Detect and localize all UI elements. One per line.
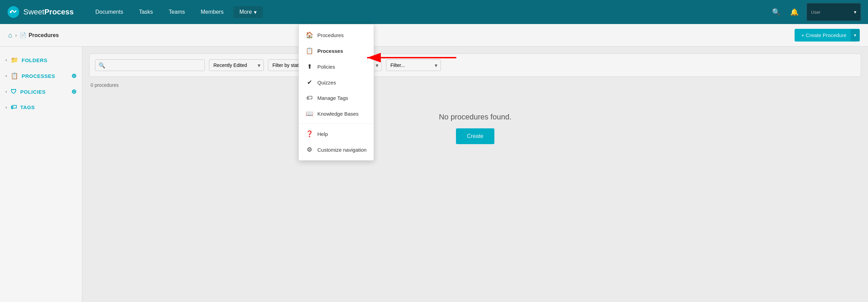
- knowledge-bases-dropdown-icon: 📖: [306, 110, 313, 117]
- user-avatar: User: [811, 10, 820, 15]
- dropdown-customize-nav[interactable]: ⚙ Customize navigation: [299, 142, 374, 158]
- nav-items: Documents Tasks Teams Members More ▾: [89, 6, 770, 18]
- nav-tasks[interactable]: Tasks: [133, 6, 159, 18]
- bell-icon[interactable]: 🔔: [788, 6, 801, 18]
- dropdown-processes[interactable]: 📋 Processes: [299, 43, 374, 59]
- user-menu[interactable]: User ▾: [806, 3, 861, 21]
- dropdown-knowledge-bases[interactable]: 📖 Knowledge Bases: [299, 106, 374, 121]
- dropdown-divider: [299, 124, 374, 124]
- user-chevron-icon: ▾: [854, 9, 856, 15]
- procedures-dropdown-icon: 🏠: [306, 31, 313, 39]
- search-icon[interactable]: 🔍: [770, 6, 783, 18]
- help-dropdown-icon: ❓: [306, 130, 313, 138]
- dropdown-quizzes[interactable]: ✔ Quizzes: [299, 74, 374, 90]
- svg-point-1: [10, 11, 12, 13]
- logo[interactable]: SweetProcess: [7, 5, 75, 19]
- dropdown-help[interactable]: ❓ Help: [299, 126, 374, 142]
- dropdown-procedures[interactable]: 🏠 Procedures: [299, 27, 374, 43]
- nav-more[interactable]: More ▾: [233, 6, 263, 18]
- dropdown-manage-tags[interactable]: 🏷 Manage Tags: [299, 90, 374, 106]
- processes-dropdown-icon: 📋: [306, 47, 313, 55]
- nav-icon-group: 🔍 🔔: [770, 6, 801, 18]
- logo-text: SweetProcess: [23, 8, 74, 16]
- logo-icon: [7, 5, 20, 19]
- nav-teams[interactable]: Teams: [163, 6, 191, 18]
- top-navigation: SweetProcess Documents Tasks Teams Membe…: [0, 0, 868, 24]
- policies-dropdown-icon: ⬆: [306, 63, 313, 70]
- customize-nav-dropdown-icon: ⚙: [306, 146, 313, 153]
- dropdown-policies[interactable]: ⬆ Policies: [299, 59, 374, 74]
- manage-tags-dropdown-icon: 🏷: [306, 94, 313, 102]
- nav-members[interactable]: Members: [195, 6, 230, 18]
- quizzes-dropdown-icon: ✔: [306, 79, 313, 86]
- nav-documents[interactable]: Documents: [89, 6, 129, 18]
- dropdown-overlay[interactable]: [0, 24, 868, 302]
- more-dropdown-menu: 🏠 Procedures 📋 Processes ⬆ Policies ✔ Qu…: [298, 24, 374, 161]
